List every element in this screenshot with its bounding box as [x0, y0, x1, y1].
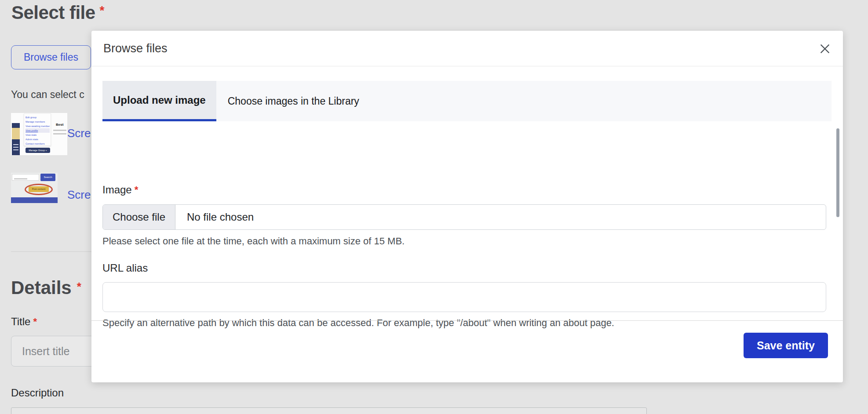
required-asterisk: * — [33, 316, 37, 327]
required-asterisk: * — [100, 4, 104, 17]
thumb-dropdown-menu: Edit group Manage members View awaiting … — [24, 113, 51, 146]
title-label: Title* — [11, 316, 37, 328]
select-hint-text: You can select c — [11, 89, 84, 101]
image-file-input[interactable]: Choose file No file chosen — [102, 204, 826, 230]
thumb-sidebar — [12, 123, 20, 155]
thumb-footer-bar — [11, 197, 58, 203]
no-file-chosen-text: No file chosen — [187, 211, 254, 223]
browse-files-button[interactable]: Browse files — [11, 45, 91, 69]
url-alias-input[interactable] — [102, 282, 826, 312]
file-thumbnail-post-content[interactable]: Search Post content — [11, 173, 58, 203]
choose-file-button[interactable]: Choose file — [103, 205, 175, 229]
file-link-1[interactable]: Scre — [67, 127, 91, 140]
page-title: Select file* — [11, 0, 104, 23]
thumb-search-button: Search — [40, 174, 55, 181]
close-icon — [818, 42, 832, 55]
url-alias-label: URL alias — [102, 262, 148, 274]
modal-title: Browse files — [103, 31, 168, 66]
thumb-sidebar-gold-block — [12, 128, 20, 139]
details-heading: Details* — [11, 276, 81, 298]
red-circle-annotation — [25, 184, 53, 195]
thumb-heading-fragment: Best — [56, 123, 63, 127]
image-help-text: Please select one file at the time, each… — [102, 236, 405, 247]
required-asterisk: * — [77, 280, 81, 293]
description-label: Description — [11, 387, 64, 399]
close-button[interactable] — [817, 40, 833, 57]
browse-files-modal: Browse files Upload new image Choose ima… — [91, 31, 843, 382]
file-link-2[interactable]: Scre — [67, 188, 91, 202]
thumb-manage-group-button: Manage Group + — [26, 148, 50, 153]
modal-scrollbar-thumb[interactable] — [836, 128, 839, 217]
file-thumbnail-group-menu[interactable]: Edit group Manage members View awaiting … — [11, 113, 67, 155]
required-asterisk: * — [135, 184, 139, 195]
image-label: Image* — [102, 184, 138, 196]
modal-header: Browse files — [91, 31, 843, 66]
modal-footer: Save entity — [91, 320, 843, 382]
save-entity-button[interactable]: Save entity — [744, 333, 828, 358]
thumb-search-input — [12, 174, 39, 181]
description-field[interactable] — [11, 407, 647, 414]
